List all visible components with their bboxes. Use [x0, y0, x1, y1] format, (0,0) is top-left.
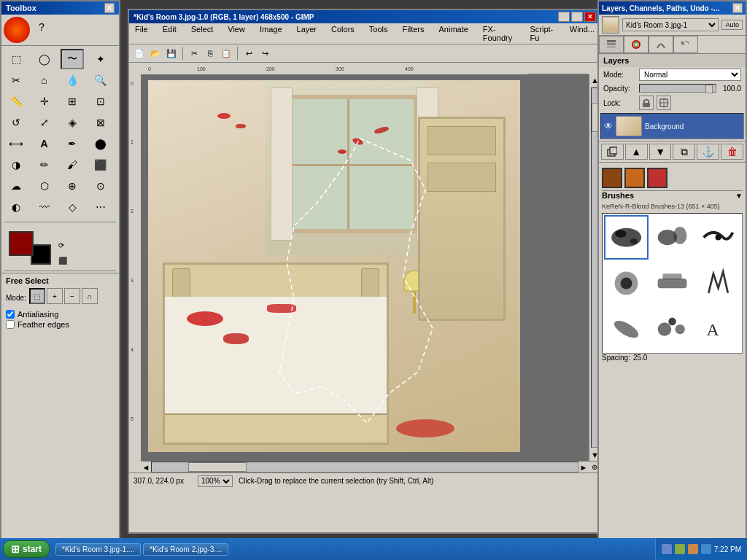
layers-close-button[interactable]: ✕	[732, 3, 743, 13]
gimp-close-button[interactable]: ✕	[584, 12, 596, 22]
ellipse-select-tool[interactable]: ◯	[33, 49, 56, 69]
airbrush-tool[interactable]: ☁	[4, 176, 28, 196]
mode-replace[interactable]: ⬚	[29, 288, 45, 304]
brush-item-9[interactable]: A	[696, 307, 740, 351]
heal-tool[interactable]: ⊙	[89, 176, 112, 196]
auto-button[interactable]: Auto	[721, 20, 743, 30]
anchor-layer-button[interactable]: ⚓	[697, 144, 719, 160]
move-tool[interactable]: ✛	[33, 91, 56, 112]
tb-paste[interactable]: 📋	[219, 46, 233, 61]
menu-edit[interactable]: Edit	[160, 24, 179, 43]
mode-intersect[interactable]: ∩	[82, 288, 98, 304]
background-color-swatch[interactable]	[31, 244, 51, 265]
raise-layer-button[interactable]: ▲	[625, 144, 648, 160]
lock-pixels-button[interactable]	[639, 96, 654, 110]
opacity-thumb[interactable]	[705, 85, 713, 93]
brush-item-3[interactable]	[696, 215, 740, 260]
crop-tool[interactable]: ⊡	[89, 91, 112, 112]
h-scrollbar-thumb[interactable]	[188, 462, 247, 472]
ink-tool[interactable]: ⬡	[33, 176, 56, 196]
rect-select-tool[interactable]: ⬚	[4, 49, 28, 69]
tb-redo[interactable]: ↪	[258, 46, 272, 61]
pencil-tool[interactable]: ✏	[33, 155, 56, 175]
scroll-right-button[interactable]: ►	[578, 462, 589, 472]
layers-file-select[interactable]: Kid's Room 3.jpg-1	[622, 18, 719, 31]
menu-colors[interactable]: Colors	[328, 24, 357, 43]
tab-undo[interactable]	[673, 36, 698, 53]
tb-undo[interactable]: ↩	[241, 46, 256, 61]
path-tool[interactable]: ✒	[61, 133, 84, 154]
rotate-tool[interactable]: ↺	[4, 112, 28, 133]
canvas-drawing-area[interactable]: ▲ ▼	[141, 74, 600, 461]
brush-swatch-brown[interactable]	[602, 168, 622, 188]
tb-cut[interactable]: ✂	[187, 46, 201, 61]
new-layer-button[interactable]	[601, 144, 624, 160]
tab-layers[interactable]	[599, 36, 624, 53]
duplicate-layer-button[interactable]: ⧉	[673, 144, 695, 160]
mode-select[interactable]: Normal	[639, 69, 741, 81]
layer-background[interactable]: 👁 Background	[601, 114, 743, 139]
paintbrush-tool[interactable]: 🖌	[61, 155, 84, 175]
scissors-tool[interactable]: ✂	[4, 70, 28, 90]
tb-new[interactable]: 📄	[132, 46, 147, 61]
reset-colors-icon[interactable]: ⬛	[58, 257, 67, 265]
menu-scriptfu[interactable]: Script-Fu	[527, 24, 557, 43]
free-select-tool[interactable]: 〜	[61, 49, 84, 69]
brush-item-1[interactable]	[604, 215, 649, 260]
brush-item-6[interactable]	[696, 261, 740, 306]
brushes-collapse-button[interactable]: ▼	[735, 192, 743, 200]
tb-save[interactable]: 💾	[164, 46, 179, 61]
brush-swatch-orange[interactable]	[624, 168, 645, 188]
brush-item-2[interactable]	[650, 215, 694, 260]
menu-image[interactable]: Image	[257, 24, 285, 43]
fuzzy-select-tool[interactable]: ✦	[89, 49, 112, 69]
tb-open[interactable]: 📂	[148, 46, 163, 61]
menu-file[interactable]: File	[132, 24, 151, 43]
align-tool[interactable]: ⊞	[61, 91, 84, 112]
gimp-minimize-button[interactable]: _	[558, 12, 570, 22]
eraser-tool[interactable]: ⬛	[89, 155, 112, 175]
menu-animate[interactable]: Animate	[436, 24, 471, 43]
dodge-tool[interactable]: ◐	[4, 197, 28, 217]
perspective-tool[interactable]: ⊠	[89, 112, 112, 133]
flip-tool[interactable]: ⟷	[4, 133, 28, 154]
taskbar-item-2[interactable]: *Kid's Room 2.jpg-3....	[143, 543, 228, 556]
menu-wind[interactable]: Wind...	[567, 24, 597, 43]
gimp-maximize-button[interactable]: □	[571, 12, 583, 22]
warp-tool[interactable]: ⋯	[89, 197, 112, 217]
taskbar-item-1[interactable]: *Kid's Room 3.jpg-1....	[55, 543, 141, 556]
antialiasing-checkbox[interactable]	[6, 310, 15, 319]
lock-position-button[interactable]	[657, 96, 671, 110]
toolbox-close-button[interactable]: ✕	[104, 3, 115, 13]
sharpen-tool[interactable]: ◇	[61, 197, 84, 217]
layer-visibility-eye[interactable]: 👁	[604, 121, 613, 131]
paintbucket-tool[interactable]: ⬤	[89, 133, 112, 154]
start-button[interactable]: ⊞ start	[3, 540, 50, 558]
menu-fxfoundry[interactable]: FX-Foundry	[480, 24, 519, 43]
menu-layer[interactable]: Layer	[294, 24, 320, 43]
menu-tools[interactable]: Tools	[366, 24, 391, 43]
brush-item-4[interactable]	[604, 261, 649, 306]
brush-item-5[interactable]	[650, 261, 694, 306]
feather-checkbox[interactable]	[6, 320, 15, 329]
text-tool[interactable]: A	[33, 133, 56, 154]
brush-swatch-red[interactable]	[647, 168, 667, 188]
menu-filters[interactable]: Filters	[400, 24, 427, 43]
smudge-tool[interactable]: 〰	[33, 197, 56, 217]
brush-item-8[interactable]	[650, 307, 694, 351]
measure-tool[interactable]: 📏	[4, 91, 28, 112]
tab-channels[interactable]	[624, 36, 649, 53]
swap-colors-icon[interactable]: ⟳	[58, 241, 67, 249]
fg-select-tool[interactable]: ⌂	[33, 70, 56, 90]
zoom-select[interactable]: 100% 50% 200%	[198, 475, 233, 487]
clone-tool[interactable]: ⊕	[61, 176, 84, 196]
mode-add[interactable]: +	[47, 288, 63, 304]
tb-copy[interactable]: ⎘	[203, 46, 217, 61]
delete-layer-button[interactable]: 🗑	[721, 144, 743, 160]
color-picker-tool[interactable]: 💧	[61, 70, 84, 90]
lower-layer-button[interactable]: ▼	[649, 144, 672, 160]
menu-select[interactable]: Select	[188, 24, 217, 43]
scroll-left-button[interactable]: ◄	[141, 462, 151, 472]
brush-item-7[interactable]	[604, 307, 649, 351]
icon-question[interactable]: ?	[31, 17, 52, 37]
